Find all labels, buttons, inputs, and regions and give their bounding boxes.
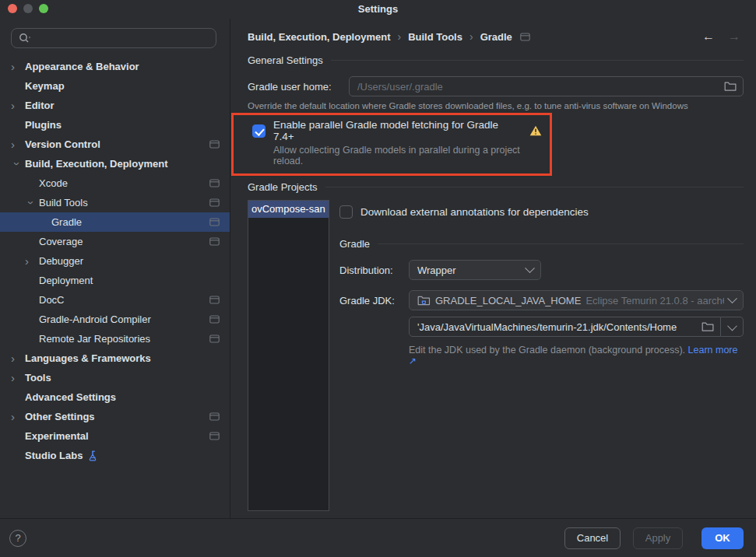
parallel-fetching-checkbox[interactable] [252,124,265,138]
parallel-fetching-hint: Allow collecting Gradle models in parall… [273,145,542,166]
chevron-right-icon[interactable]: › [9,411,25,422]
jdk-hint-text: Edit the JDK used by the Gradle daemon (… [409,345,685,356]
search-input[interactable] [11,28,216,48]
jdk-path-dropdown-button[interactable] [721,317,744,337]
breadcrumb-separator: › [469,30,473,43]
chevron-right-icon[interactable]: › [9,138,25,150]
sidebar-item-label: Advanced Settings [25,391,116,403]
section-rule [331,60,744,61]
breadcrumb-separator: › [397,30,401,43]
gradle-subsection-header: Gradle [339,238,744,250]
breadcrumb-item[interactable]: Build, Execution, Deployment [248,31,390,43]
sidebar-item-docc[interactable]: DocC [0,290,230,310]
distribution-select[interactable]: Wrapper [409,260,541,280]
settings-content: Build, Execution, Deployment › Build Too… [231,19,756,518]
gradle-user-home-row: Gradle user home: /Users/user/.gradle [248,76,744,96]
gradle-jdk-detail: Eclipse Temurin 21.0.8 - aarch64 [585,295,724,307]
section-title: General Settings [248,54,323,66]
sidebar-item-label: DocC [39,294,65,306]
window-icon [209,218,220,226]
chevron-right-icon[interactable]: › [23,255,39,267]
titlebar: Settings [0,0,756,19]
sidebar-item-tools[interactable]: ›Tools [0,368,230,387]
sidebar-item-label: Appearance & Behavior [25,61,139,72]
gradle-project-settings: Download external annotations for depend… [329,200,744,366]
sidebar-item-gradle-android-compiler[interactable]: Gradle-Android Compiler [0,310,230,329]
help-icon: ? [15,532,20,544]
window-icon [209,432,220,440]
search-history-chevron-icon [29,37,30,39]
sidebar-item-plugins[interactable]: Plugins [0,115,230,135]
forward-arrow-icon: → [728,30,740,44]
download-annotations-row: Download external annotations for depend… [339,205,744,219]
sidebar-item-version-control[interactable]: ›Version Control [0,135,230,154]
gradle-jdk-select[interactable]: GRADLE_LOCAL_JAVA_HOME Eclipse Temurin 2… [409,290,744,310]
learn-more-link[interactable]: Learn more [688,345,738,356]
settings-tree: ›Appearance & BehaviorKeymap›EditorPlugi… [0,57,230,465]
flask-icon [88,450,99,461]
sidebar-item-build-tools[interactable]: ›Build Tools [0,193,230,212]
breadcrumb-item[interactable]: Gradle [480,31,512,43]
breadcrumb-item[interactable]: Build Tools [408,31,462,43]
window-title: Settings [0,3,756,15]
section-title: Gradle [339,238,370,250]
sidebar-item-label: Gradle-Android Compiler [39,314,151,325]
sidebar-item-label: Build, Execution, Deployment [25,158,167,170]
window-icon [209,315,220,324]
gradle-projects-area: ovCompose-san Download external annotati… [248,200,744,511]
window-icon [209,412,220,421]
chevron-right-icon[interactable]: › [9,372,25,384]
gradle-projects-list[interactable]: ovCompose-san [248,200,329,511]
sidebar-item-xcode[interactable]: Xcode [0,173,230,193]
folder-icon[interactable] [701,321,714,332]
help-button[interactable]: ? [9,530,26,547]
back-arrow-icon[interactable]: ← [702,30,715,44]
sidebar-item-coverage[interactable]: Coverage [0,232,230,251]
sidebar-item-label: Build Tools [39,197,88,208]
chevron-down-icon[interactable]: › [26,195,37,211]
sidebar-item-label: Other Settings [25,411,95,422]
window-icon [209,179,220,187]
chevron-right-icon[interactable]: › [9,61,25,72]
sidebar-item-label: Plugins [25,119,62,131]
sidebar-item-label: Xcode [39,177,68,189]
chevron-down-icon[interactable]: › [12,156,23,172]
jdk-hint: Edit the JDK used by the Gradle daemon (… [409,345,744,366]
jdk-path-row: 'Java/JavaVirtualMachines/temurin-21.jdk… [409,317,744,337]
project-list-item[interactable]: ovCompose-san [248,201,329,218]
apply-button[interactable]: Apply [633,527,683,549]
jdk-path-field[interactable]: 'Java/JavaVirtualMachines/temurin-21.jdk… [409,317,721,337]
jdk-folder-icon [417,295,431,307]
sidebar-item-gradle[interactable]: Gradle [0,212,230,232]
ok-button[interactable]: OK [701,527,744,549]
chevron-right-icon[interactable]: › [9,100,25,111]
chevron-down-icon [727,293,737,303]
sidebar-item-remote-jar-repositories[interactable]: Remote Jar Repositories [0,329,230,349]
sidebar-item-advanced-settings[interactable]: Advanced Settings [0,387,230,407]
cancel-button[interactable]: Cancel [564,527,621,549]
sidebar-item-build-execution-deployment[interactable]: ›Build, Execution, Deployment [0,154,230,173]
general-settings-header: General Settings [248,54,744,66]
sidebar-item-keymap[interactable]: Keymap [0,76,230,96]
download-annotations-label: Download external annotations for depend… [360,206,589,218]
sidebar-item-other-settings[interactable]: ›Other Settings [0,407,230,426]
chevron-right-icon[interactable]: › [9,352,25,364]
window-icon [520,33,530,41]
sidebar-item-languages-frameworks[interactable]: ›Languages & Frameworks [0,349,230,368]
sidebar-item-debugger[interactable]: ›Debugger [0,251,230,271]
gradle-jdk-row: Gradle JDK: GRADLE_LOCAL_JAVA_HOME Eclip… [339,290,744,310]
chevron-down-icon [727,321,737,331]
gradle-user-home-field[interactable]: /Users/user/.gradle [349,76,744,96]
folder-icon[interactable] [724,81,737,92]
sidebar-item-label: Languages & Frameworks [25,352,151,364]
sidebar-item-editor[interactable]: ›Editor [0,96,230,115]
sidebar-item-label: Deployment [39,275,93,286]
window-icon [209,140,220,149]
external-link-icon[interactable]: ↗ [409,356,417,366]
sidebar-item-deployment[interactable]: Deployment [0,271,230,290]
download-annotations-checkbox[interactable] [339,205,353,219]
sidebar-item-label: Remote Jar Repositories [39,333,150,345]
sidebar-item-appearance-behavior[interactable]: ›Appearance & Behavior [0,57,230,76]
sidebar-item-studio-labs[interactable]: Studio Labs [0,446,230,465]
sidebar-item-experimental[interactable]: Experimental [0,426,230,446]
